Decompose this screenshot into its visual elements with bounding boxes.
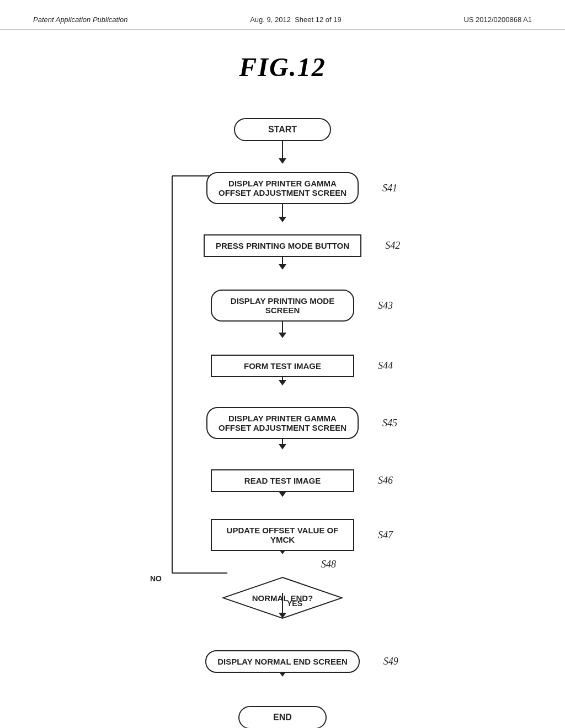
page: Patent Application Publication Aug. 9, 2… (0, 0, 565, 728)
s42-node: PRESS PRINTING MODE BUTTON (204, 234, 361, 257)
end-node: END (238, 706, 327, 728)
s41-node: DISPLAY PRINTER GAMMA OFFSET ADJUSTMENT … (206, 172, 359, 204)
s45-label: S45 (382, 417, 397, 429)
s47-row: UPDATE OFFSET VALUE OF YMCK S47 (117, 519, 448, 551)
s42-container: PRESS PRINTING MODE BUTTON S42 (204, 234, 361, 257)
s41-container: DISPLAY PRINTER GAMMA OFFSET ADJUSTMENT … (206, 172, 359, 204)
start-node: START (234, 118, 331, 141)
s49-row: DISPLAY NORMAL END SCREEN S49 (117, 645, 448, 678)
s45-container: DISPLAY PRINTER GAMMA OFFSET ADJUSTMENT … (206, 407, 359, 439)
s46-node: READ TEST IMAGE (211, 469, 354, 492)
header-patent-number: US 2012/0200868 A1 (463, 15, 532, 24)
s46-row: READ TEST IMAGE S46 (117, 467, 448, 494)
s48-row: NORMAL END? (117, 576, 448, 619)
s47-label: S47 (378, 529, 393, 541)
svg-marker-11 (279, 444, 286, 449)
header-date-sheet: Aug. 9, 2012 Sheet 12 of 19 (250, 15, 342, 24)
s47-container: UPDATE OFFSET VALUE OF YMCK S47 (211, 519, 354, 551)
s42-row: PRESS PRINTING MODE BUTTON S42 (117, 232, 448, 259)
flowchart: YES NO S48 START (0, 110, 565, 728)
s44-container: FORM TEST IMAGE S44 (211, 355, 354, 377)
s42-label: S42 (385, 240, 400, 251)
s41-row: DISPLAY PRINTER GAMMA OFFSET ADJUSTMENT … (117, 169, 448, 207)
s49-container: DISPLAY NORMAL END SCREEN S49 (205, 650, 360, 673)
end-row: END (117, 703, 448, 728)
header-publication: Patent Application Publication (33, 15, 128, 24)
s44-label: S44 (378, 360, 393, 372)
svg-text:S48: S48 (321, 559, 336, 570)
figure-title: FIG.12 (0, 52, 565, 82)
svg-marker-3 (279, 217, 286, 222)
s45-row: DISPLAY PRINTER GAMMA OFFSET ADJUSTMENT … (117, 404, 448, 442)
s48-text: NORMAL END? (252, 593, 313, 603)
s41-label: S41 (382, 183, 397, 194)
svg-marker-7 (279, 333, 286, 338)
s48-container: NORMAL END? (222, 576, 343, 619)
svg-marker-5 (279, 264, 286, 270)
s43-container: DISPLAY PRINTING MODE SCREEN S43 (211, 290, 354, 322)
s46-container: READ TEST IMAGE S46 (211, 469, 354, 492)
svg-marker-1 (279, 158, 286, 164)
s47-node: UPDATE OFFSET VALUE OF YMCK (211, 519, 354, 551)
start-row: START (117, 115, 448, 144)
start-container: START (234, 118, 331, 141)
s44-row: FORM TEST IMAGE S44 (117, 352, 448, 379)
s49-label: S49 (383, 656, 398, 667)
s43-row: DISPLAY PRINTING MODE SCREEN S43 (117, 284, 448, 327)
svg-marker-9 (279, 380, 286, 386)
s43-label: S43 (378, 300, 393, 312)
end-container: END (238, 706, 327, 728)
s46-label: S46 (378, 475, 393, 486)
s45-node: DISPLAY PRINTER GAMMA OFFSET ADJUSTMENT … (206, 407, 359, 439)
header: Patent Application Publication Aug. 9, 2… (0, 0, 565, 30)
s49-node: DISPLAY NORMAL END SCREEN (205, 650, 360, 673)
s48-diamond: NORMAL END? (222, 576, 343, 619)
s44-node: FORM TEST IMAGE (211, 355, 354, 377)
flowchart-wrapper: YES NO S48 START (117, 110, 448, 728)
s43-node: DISPLAY PRINTING MODE SCREEN (211, 290, 354, 322)
